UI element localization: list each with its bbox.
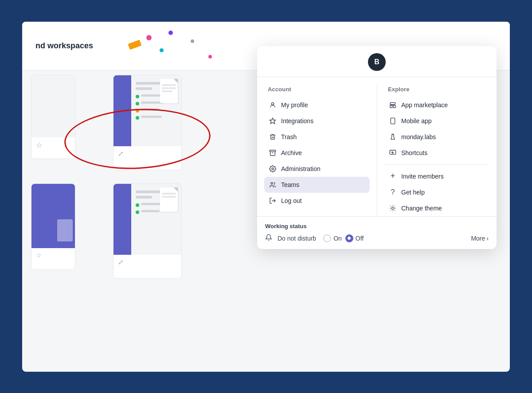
archive-icon	[269, 149, 277, 157]
shortcuts-icon	[389, 149, 397, 157]
svg-rect-7	[393, 105, 395, 107]
menu-item-label: My profile	[281, 101, 308, 109]
menu-item-label: monday.labs	[401, 133, 436, 140]
page-title: nd workspaces	[35, 41, 93, 51]
menu-item-get-help[interactable]: ? Get help	[384, 184, 489, 200]
svg-line-20	[395, 206, 395, 206]
menu-item-label: App marketplace	[401, 101, 448, 109]
status-on-option[interactable]: On	[323, 234, 342, 242]
status-off-option[interactable]: Off	[345, 234, 364, 242]
menu-item-label: Get help	[401, 189, 425, 196]
mobile-icon	[389, 117, 397, 125]
confetti-dot	[191, 39, 194, 43]
svg-rect-6	[390, 105, 392, 107]
logout-icon	[269, 197, 277, 205]
menu-item-label: Teams	[281, 181, 299, 188]
dropdown-menu: B Account My profile Integrations	[257, 46, 497, 249]
menu-item-my-profile[interactable]: My profile	[264, 97, 370, 113]
menu-item-integrations[interactable]: Integrations	[264, 113, 370, 129]
sun-icon	[389, 204, 397, 212]
menu-item-label: Mobile app	[401, 117, 432, 125]
svg-marker-1	[270, 118, 275, 124]
card-item[interactable]: ☆	[31, 183, 75, 270]
share-icon: ⤢	[118, 258, 124, 266]
confetti-dot	[208, 55, 212, 58]
confetti-dot	[168, 31, 173, 35]
menu-item-archive[interactable]: Archive	[264, 145, 370, 161]
card-item[interactable]: ⤢	[113, 183, 182, 279]
menu-item-monday-labs[interactable]: monday.labs	[384, 129, 489, 145]
menu-item-trash[interactable]: Trash	[264, 129, 370, 145]
explore-section: Explore App marketplace Mobile app	[377, 84, 497, 216]
menu-item-change-theme[interactable]: Change theme	[384, 200, 489, 216]
card-item[interactable]: ⤢	[113, 75, 182, 170]
radio-on[interactable]	[323, 234, 331, 242]
status-on-label: On	[333, 235, 342, 242]
confetti-dot	[160, 48, 164, 52]
more-label: More	[471, 235, 485, 242]
svg-line-15	[391, 206, 391, 206]
radio-off[interactable]	[345, 234, 353, 242]
avatar: B	[368, 53, 386, 71]
svg-rect-8	[391, 118, 395, 124]
gear-icon	[269, 165, 277, 173]
store-icon	[389, 101, 397, 109]
star-icon: ☆	[36, 141, 42, 149]
menu-item-logout[interactable]: Log out	[264, 193, 370, 209]
menu-item-shortcuts[interactable]: Shortcuts	[384, 145, 489, 161]
working-status-section: Working status Do not disturb On Off	[257, 216, 497, 249]
bell-icon	[265, 234, 272, 243]
more-button[interactable]: More ›	[471, 235, 489, 242]
status-off-label: Off	[356, 235, 364, 242]
chevron-right-icon: ›	[486, 235, 489, 242]
account-section: Account My profile Integrations	[257, 84, 377, 216]
teams-icon	[269, 181, 277, 189]
account-section-title: Account	[264, 84, 370, 97]
menu-item-label: Shortcuts	[401, 149, 427, 156]
menu-item-teams[interactable]: Teams	[264, 177, 370, 193]
person-icon	[269, 101, 277, 109]
menu-item-label: Integrations	[281, 117, 313, 125]
menu-item-invite-members[interactable]: + Invite members	[384, 168, 489, 184]
trash-icon	[269, 133, 277, 141]
working-status-title: Working status	[265, 223, 489, 230]
menu-item-label: Log out	[281, 197, 302, 204]
menu-item-label: Change theme	[401, 205, 442, 212]
svg-line-16	[395, 210, 395, 210]
plus-icon: +	[389, 172, 397, 180]
menu-item-label: Archive	[281, 149, 302, 156]
menu-item-label: Administration	[281, 165, 321, 172]
flask-icon	[389, 133, 397, 141]
menu-item-mobile-app[interactable]: Mobile app	[384, 113, 489, 129]
explore-section-title: Explore	[384, 84, 489, 97]
status-radio-group: On Off	[323, 234, 364, 242]
integrations-icon	[269, 117, 277, 125]
card-item[interactable]: ☆	[31, 75, 75, 159]
share-icon: ⤢	[118, 150, 124, 158]
menu-item-administration[interactable]: Administration	[264, 161, 370, 177]
confetti-rect	[128, 39, 141, 50]
svg-point-0	[271, 102, 274, 105]
star-icon: ☆	[36, 252, 42, 259]
confetti-dot	[146, 35, 152, 40]
svg-point-12	[391, 207, 394, 209]
svg-line-19	[391, 210, 391, 210]
do-not-disturb-label: Do not disturb	[278, 235, 316, 242]
svg-point-3	[272, 168, 274, 170]
svg-point-4	[271, 182, 273, 184]
menu-item-label: Invite members	[401, 173, 444, 180]
question-icon: ?	[389, 188, 397, 196]
svg-rect-2	[270, 150, 275, 152]
menu-item-app-marketplace[interactable]: App marketplace	[384, 97, 489, 113]
menu-item-label: Trash	[281, 133, 297, 140]
